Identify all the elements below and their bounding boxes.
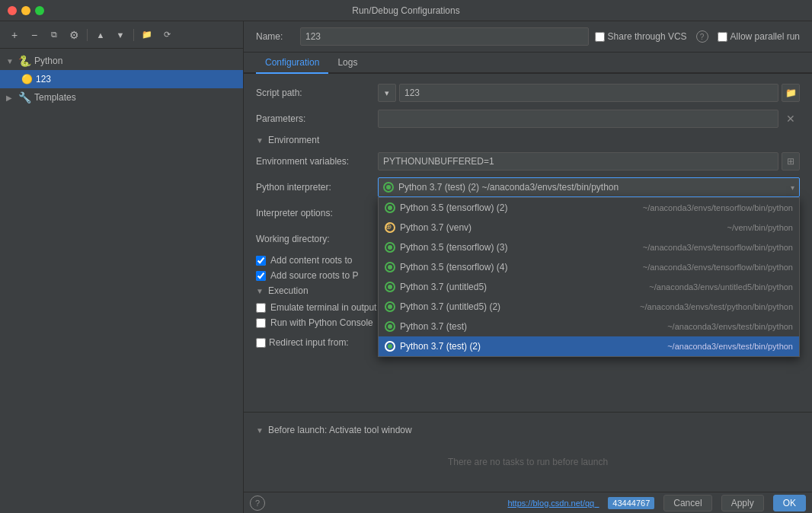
settings-button[interactable]: ⚙ xyxy=(66,27,82,43)
python-interpreter-label: Python interpreter: xyxy=(256,182,378,193)
remove-config-button[interactable]: − xyxy=(26,27,43,43)
before-launch-section: ▼ Before launch: Activate tool window Th… xyxy=(244,412,812,492)
item-label: Python 3.7 (untitled5) (2) xyxy=(400,301,635,312)
templates-icon: 🔧 xyxy=(18,91,31,104)
interpreter-status-icon xyxy=(383,182,394,193)
close-button[interactable] xyxy=(8,6,17,15)
add-source-roots-checkbox[interactable] xyxy=(256,271,266,281)
environment-arrow[interactable]: ▼ xyxy=(256,136,264,145)
dropdown-item-py37-test-2-selected[interactable]: Python 3.7 (test) (2) ~/anaconda3/envs/t… xyxy=(379,336,799,356)
cancel-button[interactable]: Cancel xyxy=(663,495,711,511)
env-variables-row: Environment variables: ⊞ xyxy=(256,151,800,171)
python-interpreter-row: Python interpreter: Python 3.7 (test) (2… xyxy=(256,177,800,197)
traffic-lights xyxy=(8,6,44,15)
python-group-label: Python xyxy=(34,56,62,66)
item-status-icon xyxy=(385,202,395,213)
folder-button[interactable]: 📁 xyxy=(139,27,155,43)
dropdown-item-py35-tf-2[interactable]: Python 3.5 (tensorflow) (2) ~/anaconda3/… xyxy=(379,198,799,218)
sort-button[interactable]: ⟳ xyxy=(158,27,175,43)
dropdown-arrow-icon: ▾ xyxy=(791,183,794,192)
env-variables-input[interactable] xyxy=(378,152,778,170)
header-right: Share through VCS ? Allow parallel run xyxy=(595,30,800,43)
ok-button[interactable]: OK xyxy=(773,495,806,511)
item-path: ~/anaconda3/envs/test/bin/python xyxy=(667,342,793,351)
right-panel: Name: Share through VCS ? Allow parallel… xyxy=(244,21,812,513)
redirect-input-checkbox[interactable] xyxy=(256,338,266,348)
maximize-button[interactable] xyxy=(35,6,44,15)
dropdown-item-py37-untitled5-2[interactable]: Python 3.7 (untitled5) (2) ~/anaconda3/e… xyxy=(379,297,799,317)
env-variables-browse-button[interactable]: ⊞ xyxy=(782,152,800,170)
apply-button[interactable]: Apply xyxy=(721,495,764,511)
item-path: ~/anaconda3/envs/test/bin/python xyxy=(667,322,793,331)
item-label: Python 3.7 (test) (2) xyxy=(400,341,663,352)
templates-label: Templates xyxy=(34,92,76,103)
dropdown-item-py37-test[interactable]: Python 3.7 (test) ~/anaconda3/envs/test/… xyxy=(379,317,799,336)
parameters-input[interactable] xyxy=(378,110,778,128)
page-number: 43444767 xyxy=(608,497,654,509)
run-python-console-checkbox[interactable] xyxy=(256,318,266,328)
item-label: Python 3.7 (venv) xyxy=(400,222,722,233)
move-up-button[interactable]: ▲ xyxy=(92,27,109,43)
sidebar-item-templates[interactable]: ▶ 🔧 Templates xyxy=(0,88,243,107)
script-path-input[interactable] xyxy=(399,84,778,102)
dropdown-item-py35-tf-3[interactable]: Python 3.5 (tensorflow) (3) ~/anaconda3/… xyxy=(379,237,799,257)
script-path-browse-button[interactable]: 📁 xyxy=(782,84,800,102)
window-title: Run/Debug Configurations xyxy=(352,5,459,16)
emulate-terminal-checkbox[interactable] xyxy=(256,303,266,313)
title-bar: Run/Debug Configurations xyxy=(0,0,812,21)
copy-config-button[interactable]: ⧉ xyxy=(46,27,62,43)
interpreter-selected-text: Python 3.7 (test) (2) ~/anaconda3/envs/t… xyxy=(383,182,619,193)
script-path-type-dropdown[interactable]: ▾ xyxy=(378,84,396,102)
item-path: ~/anaconda3/envs/tensorflow/bin/python xyxy=(643,263,793,272)
sidebar-toolbar: + − ⧉ ⚙ ▲ ▼ 📁 ⟳ xyxy=(0,21,243,49)
item-path: ~/anaconda3/envs/tensorflow/bin/python xyxy=(643,203,793,212)
item-status-icon xyxy=(385,262,395,272)
parameters-row: Parameters: ✕ xyxy=(256,109,800,129)
add-config-button[interactable]: + xyxy=(6,27,23,43)
execution-arrow[interactable]: ▼ xyxy=(256,287,264,295)
help-button[interactable]: ? xyxy=(250,495,265,511)
dropdown-item-py37-venv[interactable]: Python 3.7 (venv) ~/venv/bin/python xyxy=(379,218,799,237)
dropdown-item-py37-untitled5[interactable]: Python 3.7 (untitled5) ~/anaconda3/envs/… xyxy=(379,277,799,297)
separator2 xyxy=(133,29,134,41)
config-content: Script path: ▾ 📁 Parameters: ✕ ▼ Environ… xyxy=(244,74,812,412)
header-row: Name: Share through VCS ? Allow parallel… xyxy=(244,21,812,53)
redirect-input-checkbox-label: Redirect input from: xyxy=(256,337,378,348)
interpreter-dropdown[interactable]: Python 3.7 (test) (2) ~/anaconda3/envs/t… xyxy=(378,177,800,197)
item-label: Python 3.7 (test) xyxy=(400,321,663,332)
item-status-icon xyxy=(385,282,395,292)
interpreter-dropdown-popup: Python 3.5 (tensorflow) (2) ~/anaconda3/… xyxy=(378,197,800,357)
interpreter-options-label: Interpreter options: xyxy=(256,208,378,218)
sidebar-item-python[interactable]: ▼ 🐍 Python xyxy=(0,52,243,70)
allow-parallel-label: Allow parallel run xyxy=(718,31,800,42)
python-group-icon: 🐍 xyxy=(18,55,31,67)
share-vcs-label: Share through VCS xyxy=(595,31,687,42)
templates-arrow: ▶ xyxy=(6,94,15,102)
tab-configuration[interactable]: Configuration xyxy=(256,53,328,74)
allow-parallel-checkbox[interactable] xyxy=(718,32,727,42)
separator xyxy=(87,29,88,41)
share-vcs-checkbox[interactable] xyxy=(595,32,605,42)
item-path: ~/venv/bin/python xyxy=(727,223,793,232)
item-status-icon xyxy=(385,222,395,233)
parameters-label: Parameters: xyxy=(256,113,378,124)
minimize-button[interactable] xyxy=(21,6,30,15)
add-content-roots-checkbox[interactable] xyxy=(256,256,266,266)
item-label: Python 3.5 (tensorflow) (4) xyxy=(400,262,638,272)
config-label: 123 xyxy=(36,74,51,84)
bottom-right: https://blog.csdn.net/qq_ 43444767 Cance… xyxy=(507,495,806,511)
move-down-button[interactable]: ▼ xyxy=(112,27,129,43)
url-link[interactable]: https://blog.csdn.net/qq_ xyxy=(507,499,599,508)
execution-label: Execution xyxy=(268,285,308,296)
sidebar-tree: ▼ 🐍 Python 🟡 123 ▶ 🔧 Templates xyxy=(0,49,243,513)
share-help-icon[interactable]: ? xyxy=(696,30,708,43)
add-content-roots-label: Add content roots to xyxy=(270,255,352,266)
item-status-icon xyxy=(385,341,395,352)
before-launch-arrow[interactable]: ▼ xyxy=(256,426,264,435)
dropdown-item-py35-tf-4[interactable]: Python 3.5 (tensorflow) (4) ~/anaconda3/… xyxy=(379,257,799,277)
add-source-roots-label: Add source roots to P xyxy=(270,270,358,281)
tab-logs[interactable]: Logs xyxy=(328,53,366,74)
sidebar-item-123[interactable]: 🟡 123 xyxy=(0,70,243,88)
name-input[interactable] xyxy=(300,27,589,46)
parameters-clear-button[interactable]: ✕ xyxy=(782,110,800,128)
